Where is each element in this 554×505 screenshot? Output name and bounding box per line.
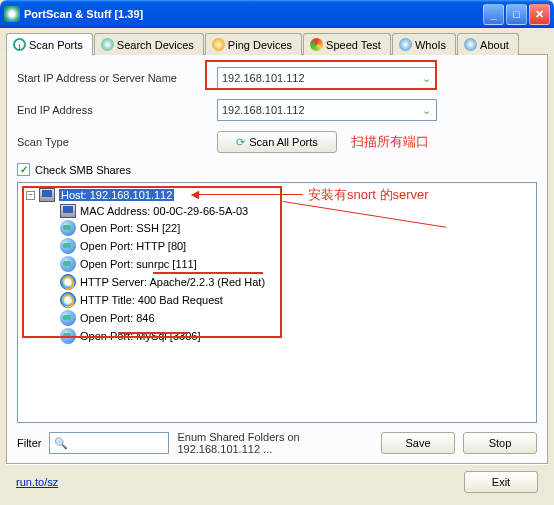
tree-item[interactable]: HTTP Title: 400 Bad Request (80, 294, 223, 306)
end-ip-value: 192.168.101.112 (222, 104, 305, 116)
ping-icon (212, 38, 225, 51)
globe-icon (60, 220, 76, 236)
annotation-underline (153, 272, 263, 274)
arrow-icon: ◄ (188, 186, 202, 202)
scan-icon (13, 38, 26, 51)
search-icon: 🔍 (54, 437, 68, 450)
tab-whois[interactable]: WhoIs (392, 33, 456, 55)
tab-strip: Scan Ports Search Devices Ping Devices S… (6, 32, 548, 55)
info-icon (464, 38, 477, 51)
tree-item[interactable]: MAC Address: 00-0C-29-66-5A-03 (80, 205, 248, 217)
globe-icon (60, 310, 76, 326)
tab-speed-test[interactable]: Speed Test (303, 33, 391, 55)
window-title: PortScan & Stuff [1.39] (24, 8, 143, 20)
check-smb-label: Check SMB Shares (35, 164, 131, 176)
tab-ping-devices[interactable]: Ping Devices (205, 33, 302, 55)
end-ip-combo[interactable]: 192.168.101.112 ⌄ (217, 99, 437, 121)
maximize-button[interactable]: □ (506, 4, 527, 25)
search-icon (101, 38, 114, 51)
collapse-toggle[interactable]: − (26, 191, 35, 200)
ie-icon (60, 292, 76, 308)
check-smb-checkbox[interactable]: ✓ (17, 163, 30, 176)
filter-input[interactable]: 🔍 (49, 432, 169, 454)
titlebar[interactable]: PortScan & Stuff [1.39] _ □ ✕ (0, 0, 554, 28)
tab-scan-ports[interactable]: Scan Ports (6, 33, 93, 56)
app-icon (4, 6, 20, 22)
save-button[interactable]: Save (381, 432, 455, 454)
start-ip-combo[interactable]: 192.168.101.112 ⌄ (217, 67, 437, 89)
panel-scan-ports: Start IP Address or Server Name 192.168.… (6, 55, 548, 464)
annotation-snort: 安装有snort 的server (308, 186, 429, 204)
chevron-down-icon: ⌄ (419, 102, 434, 119)
tab-search-devices[interactable]: Search Devices (94, 33, 204, 55)
scan-type-label: Scan Type (17, 136, 217, 148)
annotation-scan-all: 扫描所有端口 (351, 133, 429, 151)
tree-item[interactable]: Open Port: 846 (80, 312, 155, 324)
footer-link[interactable]: run.to/sz (16, 476, 58, 488)
status-text: Enum Shared Folders on 192.168.101.112 .… (177, 431, 373, 455)
ie-icon (60, 274, 76, 290)
computer-icon (60, 204, 76, 218)
globe-icon (60, 238, 76, 254)
whois-icon (399, 38, 412, 51)
speed-icon (310, 38, 323, 51)
footer: run.to/sz Exit (6, 464, 548, 499)
tree-item[interactable]: Open Port: SSH [22] (80, 222, 180, 234)
stop-button[interactable]: Stop (463, 432, 537, 454)
start-ip-label: Start IP Address or Server Name (17, 72, 217, 84)
tree-item[interactable]: Open Port: sunrpc [111] (80, 258, 197, 270)
start-ip-value: 192.168.101.112 (222, 72, 305, 84)
scan-all-ports-button[interactable]: ⟳ Scan All Ports (217, 131, 337, 153)
minimize-button[interactable]: _ (483, 4, 504, 25)
exit-button[interactable]: Exit (464, 471, 538, 493)
annotation-arrow-line (193, 194, 303, 195)
computer-icon (39, 188, 55, 202)
globe-icon (60, 328, 76, 344)
globe-icon (60, 256, 76, 272)
tree-item[interactable]: Open Port: HTTP [80] (80, 240, 186, 252)
chevron-down-icon: ⌄ (419, 70, 434, 87)
annotation-underline (118, 332, 188, 334)
tree-item[interactable]: HTTP Server: Apache/2.2.3 (Red Hat) (80, 276, 265, 288)
filter-label: Filter (17, 437, 41, 449)
tab-about[interactable]: About (457, 33, 519, 55)
end-ip-label: End IP Address (17, 104, 217, 116)
result-tree[interactable]: − Host: 192.168.101.112 MAC Address: 00-… (17, 182, 537, 423)
host-node[interactable]: Host: 192.168.101.112 (59, 189, 174, 201)
close-button[interactable]: ✕ (529, 4, 550, 25)
